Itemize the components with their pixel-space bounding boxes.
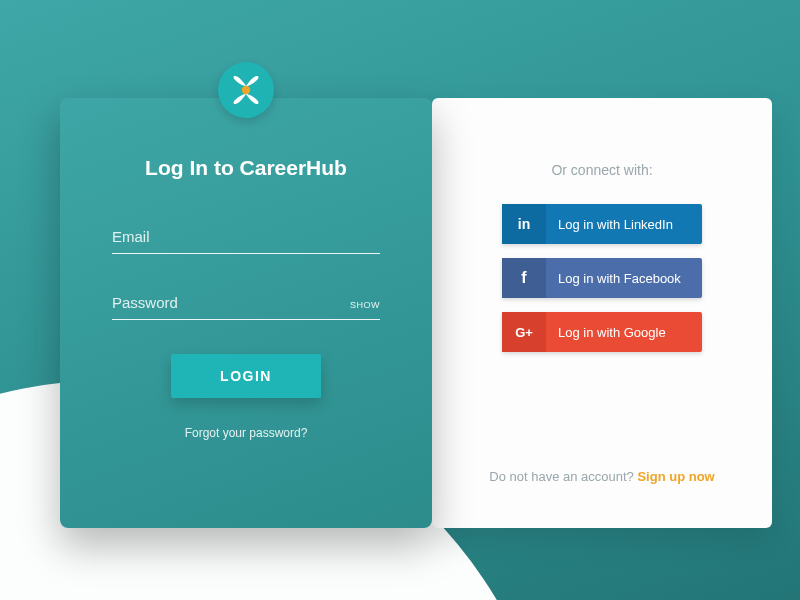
facebook-label: Log in with Facebook [546,271,681,286]
signup-link[interactable]: Sign up now [637,469,714,484]
app-logo [218,62,274,118]
login-button[interactable]: LOGIN [171,354,321,398]
google-icon: G+ [502,312,546,352]
email-field[interactable] [112,222,380,254]
signup-prefix: Do not have an account? [489,469,637,484]
login-card: Log In to CareerHub SHOW LOGIN Forgot yo… [60,98,432,528]
social-login-card: Or connect with: in Log in with LinkedIn… [432,98,772,528]
login-with-facebook-button[interactable]: f Log in with Facebook [502,258,702,298]
email-field-wrapper [112,222,380,254]
auth-stage: Or connect with: in Log in with LinkedIn… [60,98,772,528]
google-label: Log in with Google [546,325,666,340]
logo-icon [228,72,264,108]
forgot-password-link[interactable]: Forgot your password? [112,426,380,440]
password-field[interactable] [112,288,380,320]
login-with-linkedin-button[interactable]: in Log in with LinkedIn [502,204,702,244]
login-with-google-button[interactable]: G+ Log in with Google [502,312,702,352]
linkedin-label: Log in with LinkedIn [546,217,673,232]
or-connect-label: Or connect with: [551,162,652,178]
show-password-button[interactable]: SHOW [350,300,380,310]
password-field-wrapper: SHOW [112,288,380,320]
svg-point-0 [242,86,250,94]
login-title: Log In to CareerHub [112,156,380,180]
signup-line: Do not have an account? Sign up now [489,469,714,484]
facebook-icon: f [502,258,546,298]
linkedin-icon: in [502,204,546,244]
